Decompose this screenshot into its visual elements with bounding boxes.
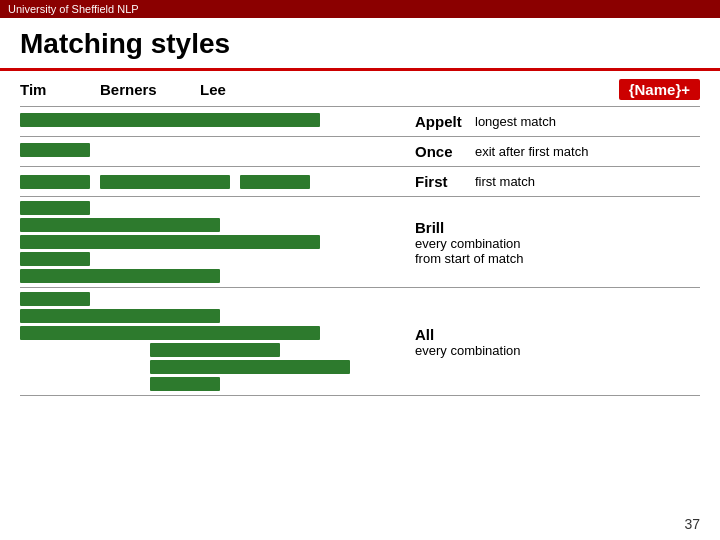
brill-bar-3: [20, 235, 320, 249]
first-info: First first match: [400, 173, 700, 190]
token-berners: Berners: [100, 81, 180, 98]
brill-section: Brill every combination from start of ma…: [20, 197, 700, 288]
first-bar-2: [100, 175, 230, 189]
first-section: First first match: [20, 167, 700, 197]
first-bar-3: [240, 175, 310, 189]
brill-desc1: every combination: [415, 236, 700, 251]
all-section: All every combination: [20, 288, 700, 396]
token-lee: Lee: [200, 81, 240, 98]
first-label: First: [415, 173, 465, 190]
all-info: All every combination: [400, 292, 700, 391]
brill-label: Brill: [415, 219, 700, 236]
once-info: Once exit after first match: [400, 143, 700, 160]
all-label: All: [415, 326, 700, 343]
first-bar-1: [20, 175, 90, 189]
all-bar-4: [150, 343, 280, 357]
appelt-bars: [20, 113, 400, 130]
appelt-bar-1: [20, 113, 320, 127]
once-section: Once exit after first match: [20, 137, 700, 167]
brill-bar-1: [20, 201, 90, 215]
once-bar-1: [20, 143, 90, 157]
appelt-label: Appelt: [415, 113, 465, 130]
brill-info: Brill every combination from start of ma…: [400, 201, 700, 283]
appelt-desc: longest match: [475, 114, 556, 129]
page-number: 37: [684, 516, 700, 532]
all-bar-6: [150, 377, 220, 391]
brill-bars: [20, 201, 400, 283]
once-label: Once: [415, 143, 465, 160]
all-desc: every combination: [415, 343, 700, 358]
all-bar-3: [20, 326, 320, 340]
first-bars: [20, 173, 400, 190]
appelt-info: Appelt longest match: [400, 113, 700, 130]
all-bar-1: [20, 292, 90, 306]
brill-desc2: from start of match: [415, 251, 700, 266]
university-header: University of Sheffield NLP: [0, 0, 720, 18]
once-bars: [20, 143, 400, 160]
all-bar-5: [150, 360, 350, 374]
header-title: University of Sheffield NLP: [8, 3, 139, 15]
brill-bar-2: [20, 218, 220, 232]
appelt-section: Appelt longest match: [20, 107, 700, 137]
first-desc: first match: [475, 174, 535, 189]
all-bar-2: [20, 309, 220, 323]
token-tim: Tim: [20, 81, 80, 98]
brill-bar-5: [20, 269, 220, 283]
page-title: Matching styles: [0, 18, 720, 68]
all-bars: [20, 292, 400, 391]
once-desc: exit after first match: [475, 144, 588, 159]
name-box: {Name}+: [619, 79, 700, 100]
brill-bar-4: [20, 252, 90, 266]
